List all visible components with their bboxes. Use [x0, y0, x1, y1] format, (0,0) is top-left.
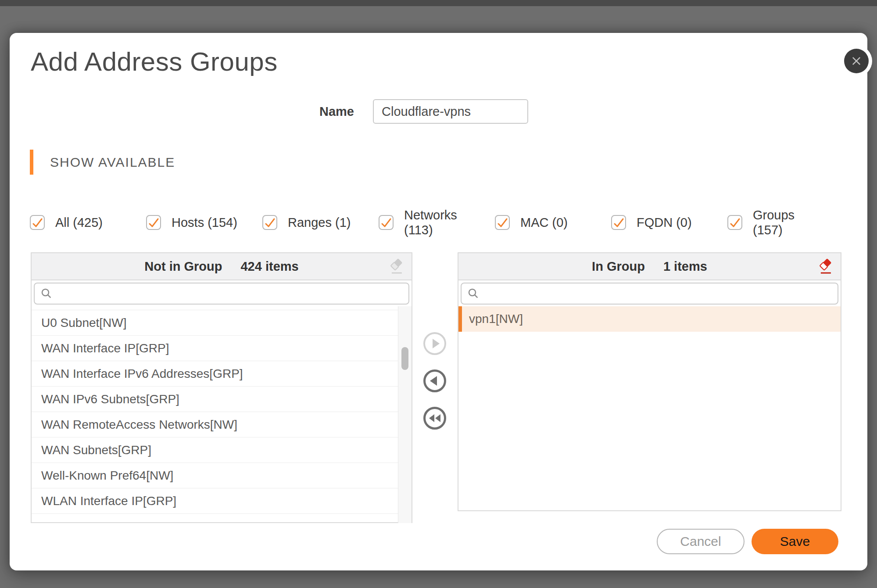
- add-address-groups-dialog: Add Address Groups Name SHOW AVAILABLE A…: [10, 33, 867, 570]
- checkbox[interactable]: [379, 215, 394, 230]
- eraser-icon-red: [817, 258, 834, 275]
- move-right-button[interactable]: [422, 331, 447, 356]
- panel-count: 424 items: [240, 259, 298, 274]
- list-item[interactable]: WAN RemoteAccess Networks[NW]: [32, 412, 398, 437]
- close-button[interactable]: [844, 49, 869, 73]
- check-icon: [146, 215, 161, 230]
- close-icon: [850, 55, 863, 67]
- panel-count: 1 items: [663, 259, 707, 274]
- filter-label: Groups (157): [753, 208, 827, 237]
- clear-group-button[interactable]: [816, 257, 835, 276]
- check-icon: [262, 215, 277, 230]
- selected-group-item[interactable]: vpn1[NW]: [458, 306, 841, 332]
- scrollbar-track[interactable]: [398, 306, 412, 523]
- search-icon: [467, 287, 480, 300]
- list-item[interactable]: Well-Known Pref64[NW]: [32, 463, 398, 488]
- show-available-section: SHOW AVAILABLE: [30, 150, 175, 175]
- check-icon: [30, 215, 45, 230]
- checkbox[interactable]: [727, 215, 742, 230]
- filter-item[interactable]: FQDN (0): [611, 215, 727, 230]
- dialog-title: Add Address Groups: [31, 46, 278, 78]
- left-search-area: [32, 280, 412, 306]
- right-search-area: [458, 280, 841, 306]
- move-left-button[interactable]: [422, 369, 447, 393]
- filter-label: MAC (0): [520, 215, 568, 230]
- scrollbar-thumb[interactable]: [401, 347, 408, 370]
- filter-item[interactable]: Networks (113): [379, 208, 495, 237]
- arrow-right-circle-icon: [422, 331, 447, 356]
- move-all-left-button[interactable]: [422, 406, 447, 430]
- in-group-header: In Group 1 items: [458, 253, 841, 280]
- clear-selection-button[interactable]: [387, 257, 406, 276]
- checkbox[interactable]: [146, 215, 161, 230]
- checkbox[interactable]: [262, 215, 277, 230]
- filter-item[interactable]: Hosts (154): [146, 215, 262, 230]
- eraser-icon: [388, 258, 405, 275]
- filter-row: All (425) Hosts (154) Ranges (1): [30, 206, 845, 239]
- check-icon: [727, 215, 742, 230]
- filter-label: Networks (113): [404, 208, 479, 237]
- list-item[interactable]: WAN Interface IP[GRP]: [32, 336, 398, 361]
- check-icon: [379, 215, 394, 230]
- right-search-input[interactable]: [484, 286, 832, 301]
- filter-item[interactable]: Ranges (1): [262, 215, 379, 230]
- backdrop-top-strip: [0, 0, 877, 6]
- left-search-box[interactable]: [34, 283, 409, 305]
- in-group-list: vpn1[NW]: [458, 306, 841, 511]
- left-rows: U0 Subnet[NW] WAN Interface IP[GRP] WAN …: [32, 310, 412, 514]
- search-icon: [40, 287, 53, 300]
- section-title: SHOW AVAILABLE: [50, 155, 175, 170]
- check-icon: [611, 215, 626, 230]
- filter-label: Hosts (154): [172, 215, 237, 230]
- check-icon: [495, 215, 510, 230]
- list-item[interactable]: WAN Subnets[GRP]: [32, 437, 398, 463]
- list-item[interactable]: WAN Interface IPv6 Addresses[GRP]: [32, 361, 398, 387]
- filter-label: Ranges (1): [288, 215, 351, 230]
- list-item[interactable]: WLAN Interface IP[GRP]: [32, 488, 398, 514]
- name-input[interactable]: [373, 99, 528, 124]
- double-arrow-left-circle-icon: [422, 406, 447, 430]
- list-item[interactable]: U0 Subnet[NW]: [32, 310, 398, 336]
- filter-label: FQDN (0): [637, 215, 692, 230]
- not-in-group-panel: Not in Group 424 items U0 Subnet[NW]: [31, 252, 412, 523]
- not-in-group-list: U0 Subnet[NW] WAN Interface IP[GRP] WAN …: [32, 306, 412, 523]
- checkbox[interactable]: [495, 215, 510, 230]
- filter-item[interactable]: All (425): [30, 215, 146, 230]
- filter-item[interactable]: MAC (0): [495, 215, 611, 230]
- cancel-button[interactable]: Cancel: [657, 529, 745, 554]
- left-search-input[interactable]: [57, 286, 403, 301]
- in-group-panel: In Group 1 items vpn1[NW]: [458, 252, 841, 511]
- arrow-left-circle-icon: [422, 369, 447, 393]
- filter-item[interactable]: Groups (157): [727, 208, 844, 237]
- list-item[interactable]: WAN IPv6 Subnets[GRP]: [32, 387, 398, 412]
- name-label: Name: [290, 99, 354, 124]
- list-row-partial: [32, 306, 398, 310]
- not-in-group-header: Not in Group 424 items: [32, 253, 412, 280]
- right-rows: vpn1[NW]: [458, 306, 841, 332]
- panel-title: In Group: [592, 259, 645, 274]
- section-accent-bar: [30, 150, 33, 175]
- filter-label: All (425): [55, 215, 103, 230]
- save-button[interactable]: Save: [752, 529, 838, 554]
- right-search-box[interactable]: [461, 283, 838, 305]
- checkbox[interactable]: [611, 215, 626, 230]
- checkbox[interactable]: [30, 215, 45, 230]
- panel-title: Not in Group: [144, 259, 222, 274]
